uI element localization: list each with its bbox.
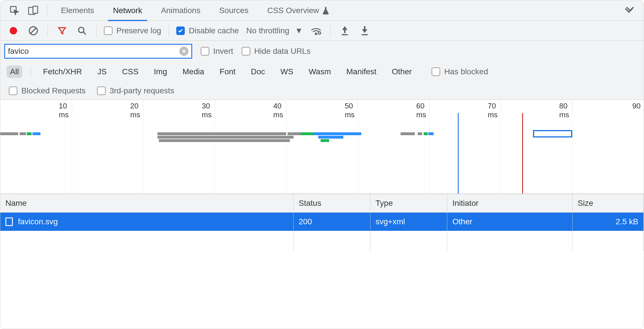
file-icon: [5, 217, 13, 226]
type-filter-fetch-xhr[interactable]: Fetch/XHR: [40, 65, 85, 78]
type-filter-doc[interactable]: Doc: [247, 65, 268, 78]
timeline-ticks: 10 ms20 ms30 ms40 ms50 ms60 ms70 ms80 ms…: [0, 100, 644, 113]
tab-label: CSS Overview: [267, 6, 319, 15]
checkbox-icon: [242, 47, 250, 55]
checkbox-label: Blocked Requests: [21, 86, 86, 95]
type-filter-css[interactable]: CSS: [119, 65, 142, 78]
type-filter-all[interactable]: All: [7, 65, 22, 78]
divider: [330, 25, 331, 36]
svg-point-5: [79, 27, 84, 33]
empty-cell: [370, 231, 447, 251]
clear-filter-button[interactable]: [179, 47, 188, 56]
divider: [31, 67, 31, 77]
record-button[interactable]: [7, 24, 20, 38]
empty-cell: [294, 231, 370, 251]
network-conditions-icon[interactable]: [309, 24, 323, 38]
cell-size[interactable]: 2.5 kB: [573, 213, 644, 231]
divider: [169, 25, 169, 36]
checkbox-label: 3rd-party requests: [110, 86, 174, 95]
devtools-tabstrip: Elements Network Animations Sources CSS …: [0, 0, 644, 21]
filter-input-wrap: [4, 44, 192, 59]
import-har-button[interactable]: [338, 24, 352, 38]
divider: [96, 25, 97, 36]
network-toolbar: Preserve log Disable cache No throttling…: [0, 21, 644, 41]
tab-network[interactable]: Network: [104, 0, 151, 21]
tab-label: Elements: [61, 6, 94, 15]
timeline-overview[interactable]: 10 ms20 ms30 ms40 ms50 ms60 ms70 ms80 ms…: [0, 100, 644, 194]
divider: [47, 5, 47, 16]
clear-button[interactable]: [26, 24, 40, 38]
type-filter-img[interactable]: Img: [150, 65, 171, 78]
inspect-element-icon[interactable]: [6, 2, 23, 19]
filter-toggle-button[interactable]: [55, 24, 69, 38]
checkbox-label: Invert: [213, 47, 233, 56]
checkbox-icon: [104, 26, 112, 35]
search-button[interactable]: [75, 24, 89, 38]
col-type[interactable]: Type: [370, 194, 447, 213]
cell-initiator[interactable]: Other: [447, 213, 573, 231]
extra-filter-row: Blocked Requests 3rd-party requests: [0, 82, 644, 100]
device-toolbar-icon[interactable]: [25, 2, 42, 19]
filter-row: Invert Hide data URLs: [0, 41, 644, 62]
col-size[interactable]: Size: [573, 194, 644, 213]
tab-elements[interactable]: Elements: [52, 0, 103, 21]
type-filter-media[interactable]: Media: [179, 65, 208, 78]
svg-line-6: [83, 32, 86, 34]
divider: [48, 25, 48, 36]
empty-cell: [0, 231, 294, 251]
checkbox-label: Disable cache: [189, 26, 239, 35]
invert-checkbox[interactable]: Invert: [201, 47, 233, 56]
checkbox-label: Hide data URLs: [254, 47, 311, 56]
checkbox-icon: [432, 67, 440, 76]
tab-label: Network: [113, 6, 142, 15]
tab-sources[interactable]: Sources: [211, 0, 257, 21]
disable-cache-checkbox[interactable]: Disable cache: [176, 26, 239, 35]
timeline-body: [0, 113, 644, 194]
blocked-requests-checkbox[interactable]: Blocked Requests: [9, 86, 86, 95]
checkbox-label: Has blocked: [444, 67, 488, 76]
checkbox-icon: [97, 87, 106, 95]
col-status[interactable]: Status: [294, 194, 370, 213]
svg-line-4: [30, 28, 36, 34]
has-blocked-checkbox[interactable]: Has blocked: [432, 67, 488, 76]
type-filter-js[interactable]: JS: [94, 65, 110, 78]
third-party-requests-checkbox[interactable]: 3rd-party requests: [97, 86, 174, 95]
throttling-value: No throttling: [246, 26, 289, 35]
chevron-down-icon: ▼: [295, 26, 303, 35]
empty-cell: [573, 231, 644, 251]
more-tabs-icon[interactable]: [621, 7, 638, 14]
col-initiator[interactable]: Initiator: [447, 194, 573, 213]
hide-data-urls-checkbox[interactable]: Hide data URLs: [242, 47, 311, 56]
tab-animations[interactable]: Animations: [152, 0, 209, 21]
checkbox-icon: [176, 26, 185, 35]
type-filter-ws[interactable]: WS: [277, 65, 297, 78]
empty-cell: [447, 231, 573, 251]
flask-icon: [322, 6, 329, 15]
preserve-log-checkbox[interactable]: Preserve log: [104, 26, 161, 35]
checkbox-icon: [201, 47, 209, 55]
requests-table: Name Status Type Initiator Size favicon.…: [0, 194, 644, 251]
cell-name-text: favicon.svg: [18, 217, 58, 226]
throttling-select[interactable]: No throttling ▼: [246, 26, 303, 35]
type-filter-manifest[interactable]: Manifest: [343, 65, 380, 78]
col-name[interactable]: Name: [0, 194, 294, 213]
svg-point-8: [318, 32, 321, 34]
tab-css-overview[interactable]: CSS Overview: [259, 0, 338, 21]
svg-point-7: [315, 33, 317, 34]
checkbox-label: Preserve log: [116, 26, 161, 35]
cell-type[interactable]: svg+xml: [370, 213, 447, 231]
record-icon: [10, 27, 17, 34]
cell-status[interactable]: 200: [294, 213, 370, 231]
tab-label: Sources: [219, 6, 249, 15]
type-filter-row: All Fetch/XHR JS CSS Img Media Font Doc …: [0, 62, 644, 82]
svg-rect-2: [33, 6, 38, 13]
export-har-button[interactable]: [358, 24, 372, 38]
checkbox-icon: [9, 87, 17, 95]
cell-name[interactable]: favicon.svg: [0, 213, 294, 231]
filter-input[interactable]: [8, 47, 179, 56]
tab-label: Animations: [161, 6, 200, 15]
type-filter-font[interactable]: Font: [216, 65, 239, 78]
type-filter-other[interactable]: Other: [388, 65, 415, 78]
type-filter-wasm[interactable]: Wasm: [305, 65, 334, 78]
